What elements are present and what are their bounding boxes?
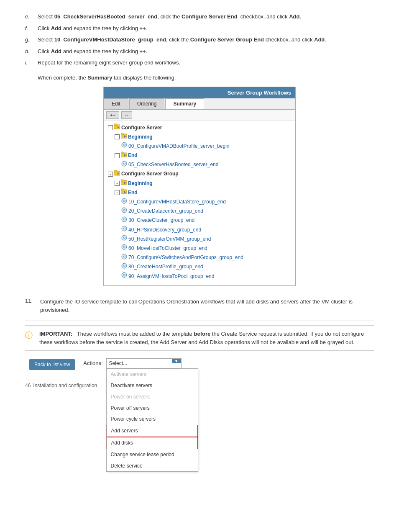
svg-point-25: [124, 209, 125, 211]
tab-edit[interactable]: Edit: [104, 98, 128, 109]
wf-icon-30: [121, 216, 127, 222]
svg-point-7: [124, 144, 125, 146]
folder-icon-1: [121, 133, 127, 139]
workflow-icon-05: [121, 161, 127, 167]
page-number: 46: [25, 383, 31, 388]
action-change-lease[interactable]: Change service lease period: [107, 449, 198, 460]
wf-10-label: 10_ConfigureVMHostDataStore_group_end: [128, 198, 226, 206]
steps-list: e. Select 05_CheckServerHasBooted_server…: [25, 13, 374, 67]
svg-point-29: [124, 228, 125, 229]
wf-icon-10: [121, 198, 127, 204]
end-label-2: End: [128, 189, 138, 197]
workflow-90-row: 90_AssignVMHostsToPool_group_end: [121, 272, 291, 280]
wf-40-label: 40_HPSimDiscovery_group_end: [128, 226, 201, 234]
actions-area: Back to list view Actions: Select... ▼ A…: [29, 358, 374, 370]
folder-icon-beg2: [121, 179, 127, 185]
wf-30-label: 30_CreateCluster_group_end: [128, 216, 194, 224]
step-e: e. Select 05_CheckServerHasBooted_server…: [25, 13, 374, 21]
wf-icon-50: [121, 235, 127, 241]
sgw-panel: Server Group Workflows Edit Ordering Sum…: [103, 87, 296, 286]
collapse-icon-4[interactable]: -: [108, 172, 113, 177]
wf-20-label: 20_CreateDatacenter_group_end: [128, 207, 203, 215]
folder-icon-end2: [121, 188, 127, 194]
action-deactivate-servers[interactable]: Deactivate servers: [107, 380, 198, 391]
workflow-40-row: 40_HPSimDiscovery_group_end: [121, 226, 291, 234]
folder-icon-end1: [121, 152, 127, 157]
wf-icon-40: [121, 226, 127, 231]
action-add-servers[interactable]: Add servers: [107, 425, 198, 437]
step-11: 11. Configure the IO service template to…: [25, 298, 374, 314]
summary-note: When complete, the Summary tab displays …: [38, 74, 374, 82]
collapse-btn[interactable]: --: [121, 111, 132, 119]
wf-50-label: 50_HostRegisterOnVMM_group_end: [128, 235, 211, 243]
important-icon: ⓘ: [25, 330, 35, 346]
action-power-cycle-servers[interactable]: Power cycle servers: [107, 414, 198, 425]
step-h: h. Click Add and expand the tree by clic…: [25, 47, 374, 56]
beginning-row-2: - Beginning: [115, 179, 291, 188]
workflow-70-row: 70_ConfigureVSwitchesAndPortGroups_group…: [121, 254, 291, 262]
workflow-60-row: 60_MoveHostToCluster_group_end: [121, 244, 291, 252]
action-activate-servers[interactable]: Activate servers: [107, 369, 198, 380]
collapse-icon-6[interactable]: -: [115, 190, 120, 195]
important-label: IMPORTANT:: [39, 331, 72, 337]
step-i-text: Repeat for the remaining eight server gr…: [38, 59, 374, 67]
tab-summary[interactable]: Summary: [165, 98, 204, 109]
actions-label: Actions:: [83, 360, 102, 366]
step-e-letter: e.: [25, 13, 38, 21]
back-to-list-button[interactable]: Back to list view: [29, 359, 75, 370]
collapse-icon-1[interactable]: -: [108, 125, 113, 130]
workflow-00-row: 00_ConfigureVMADBootProfile_server_begin: [121, 142, 291, 150]
sgw-tabs: Edit Ordering Summary: [104, 98, 295, 110]
step-i-letter: i.: [25, 59, 38, 67]
wf-icon-90: [121, 272, 127, 278]
beginning-label-1: Beginning: [128, 133, 153, 141]
actions-dropdown-container: Select... ▼ Activate servers Deactivate …: [106, 358, 182, 368]
important-box: ⓘ IMPORTANT: These workflows must be add…: [25, 325, 374, 351]
configure-server-label: Configure Server: [121, 124, 162, 132]
actions-select[interactable]: Select... ▼: [106, 358, 182, 368]
svg-point-12: [124, 163, 125, 164]
workflow-80-row: 80_CreateHostProfile_group_end: [121, 263, 291, 271]
collapse-icon-5[interactable]: -: [115, 181, 120, 186]
step-f-text: Click Add and expand the tree by clickin…: [38, 24, 374, 33]
divider-1: [25, 321, 374, 321]
step-h-letter: h.: [25, 47, 38, 56]
end-label-1: End: [128, 152, 138, 159]
action-power-on-servers[interactable]: Power on servers: [107, 391, 198, 403]
wf-icon-20: [121, 207, 127, 213]
workflow-10-row: 10_ConfigureVMHostDataStore_group_end: [121, 198, 291, 206]
svg-point-31: [124, 237, 125, 239]
collapse-icon-2[interactable]: -: [115, 134, 120, 139]
important-text: IMPORTANT: These workflows must be added…: [39, 330, 374, 346]
svg-rect-1: [114, 124, 117, 126]
svg-rect-20: [121, 189, 123, 190]
end-row-1: - End: [115, 152, 291, 160]
action-power-off-servers[interactable]: Power off servers: [107, 403, 198, 414]
step-g: g. Select 10_ConfigureVMHostDataStore_gr…: [25, 36, 374, 44]
step-11-text: Configure the IO service template to cal…: [40, 298, 374, 314]
svg-rect-9: [121, 152, 123, 154]
sgw-header: Server Group Workflows: [104, 87, 295, 98]
wf-90-label: 90_AssignVMHostsToPool_group_end: [128, 272, 214, 280]
dropdown-menu: Activate servers Deactivate servers Powe…: [106, 368, 198, 472]
action-delete-service[interactable]: Delete service: [107, 460, 198, 472]
expand-btn[interactable]: ++: [106, 111, 119, 119]
step-h-text: Click Add and expand the tree by clickin…: [38, 47, 374, 56]
workflow-20-row: 20_CreateDatacenter_group_end: [121, 207, 291, 216]
step-e-text: Select 05_CheckServerHasBooted_server_en…: [38, 13, 374, 21]
dropdown-arrow-icon: ▼: [172, 359, 181, 363]
sgw-toolbar: ++ --: [104, 110, 295, 121]
collapse-icon-3[interactable]: -: [115, 153, 120, 158]
sgw-body: - Configure Server - Beginning: [104, 121, 295, 285]
workflow-00-label: 00_ConfigureVMADBootProfile_server_begin: [128, 142, 229, 150]
wf-70-label: 70_ConfigureVSwitchesAndPortGroups_group…: [128, 254, 243, 262]
workflow-30-row: 30_CreateCluster_group_end: [121, 216, 291, 225]
action-add-disks[interactable]: Add disks: [107, 437, 198, 449]
beginning-label-2: Beginning: [128, 180, 153, 188]
footer-text: Installation and configuration: [33, 383, 97, 388]
wf-icon-70: [121, 254, 127, 260]
step-f: f. Click Add and expand the tree by clic…: [25, 24, 374, 33]
step-11-number: 11.: [25, 298, 40, 314]
tab-ordering[interactable]: Ordering: [129, 98, 165, 109]
step-i: i. Repeat for the remaining eight server…: [25, 59, 374, 67]
